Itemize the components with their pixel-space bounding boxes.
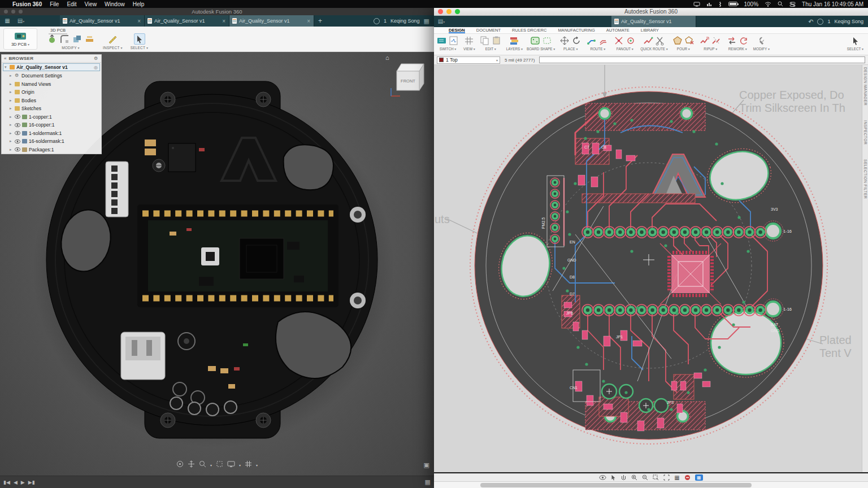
- expand-caret-icon[interactable]: ▸: [10, 139, 13, 143]
- file-menu-icon[interactable]: ▤▾: [17, 18, 25, 24]
- visibility-eye-icon[interactable]: [15, 147, 20, 151]
- grid-toggle-icon[interactable]: ▦: [674, 474, 679, 481]
- browser-item-1-copper[interactable]: ▸ 1-copper:1: [2, 113, 101, 121]
- viewcube[interactable]: ⌂ FRONT: [387, 55, 431, 99]
- visibility-eye-icon[interactable]: [15, 123, 20, 127]
- tab-rules-drc-erc[interactable]: RULES DRC/ERC: [512, 28, 546, 33]
- tab-manufacturing[interactable]: MANUFACTURING: [558, 28, 594, 33]
- grid-options-caret-icon[interactable]: ▾: [256, 463, 258, 467]
- new-tab-button[interactable]: +: [314, 17, 326, 25]
- view-grid-icon[interactable]: [463, 35, 475, 46]
- menu-file[interactable]: File: [50, 1, 59, 7]
- switch-board-icon[interactable]: [436, 35, 448, 46]
- bluetooth-status-icon[interactable]: [718, 1, 722, 7]
- undo-arrow-icon[interactable]: ↶: [808, 18, 813, 25]
- browser-item-16-copper[interactable]: ▸ 16-copper:1: [2, 121, 101, 129]
- unroute-scissors-icon[interactable]: [654, 35, 666, 46]
- cursor-tool-icon[interactable]: [611, 474, 616, 481]
- browser-item-16-soldermask[interactable]: ▸ 16-soldermask:1: [2, 137, 101, 146]
- left-traffic-lights[interactable]: [4, 10, 23, 14]
- notification-bell-icon[interactable]: [374, 18, 380, 24]
- pour-delete-icon[interactable]: [684, 35, 695, 46]
- layers-icon[interactable]: [509, 35, 520, 46]
- expand-caret-icon[interactable]: ▸: [10, 98, 13, 103]
- route-manual-icon[interactable]: [586, 35, 597, 46]
- tab-automate[interactable]: AUTOMATE: [606, 28, 630, 33]
- left-window-titlebar[interactable]: Autodesk Fusion 360: [0, 8, 434, 15]
- command-input[interactable]: [539, 56, 865, 63]
- tab-library[interactable]: LIBRARY: [641, 28, 659, 33]
- zoom-in-icon[interactable]: [631, 474, 637, 481]
- fanout-via-icon[interactable]: [625, 35, 636, 46]
- zoom-options-caret-icon[interactable]: ▾: [210, 463, 212, 467]
- menubar-clock[interactable]: Thu Jan 16 10:49:05 AM: [802, 1, 863, 7]
- zoom-fit-icon[interactable]: [663, 474, 670, 481]
- select-cursor-icon[interactable]: [134, 33, 145, 45]
- timeline-play-icon[interactable]: ▶: [21, 480, 25, 485]
- place-rotate-icon[interactable]: [571, 35, 582, 46]
- layer-dropdown[interactable]: 1 Top ▾: [437, 56, 500, 64]
- quick-route-icon[interactable]: [643, 35, 654, 46]
- visibility-eye-icon[interactable]: [15, 131, 20, 135]
- notification-count[interactable]: 1: [384, 18, 387, 24]
- display-settings-icon[interactable]: [227, 460, 235, 470]
- route-diff-icon[interactable]: [598, 35, 609, 46]
- board-shape-icon[interactable]: [530, 35, 541, 46]
- edit-copy-icon[interactable]: [479, 35, 491, 46]
- modify-wrench-icon[interactable]: [756, 35, 767, 46]
- control-center-icon[interactable]: [789, 2, 796, 7]
- board-outline-icon[interactable]: [541, 35, 553, 46]
- timeline-step-forward-icon[interactable]: ▶▮: [28, 480, 35, 485]
- 3d-viewport[interactable]: « BROWSER ⚙ ▾ Air_Quality_Sensor v1 ◎ ▸ …: [0, 52, 434, 488]
- document-tab-1[interactable]: Air_Quality_Sensor v1 ×: [60, 15, 145, 27]
- collapse-panel-icon[interactable]: «: [4, 56, 6, 61]
- tab-design[interactable]: DESIGN: [449, 28, 465, 33]
- zoom-out-icon[interactable]: [642, 474, 648, 481]
- visibility-eye-icon[interactable]: [599, 475, 606, 480]
- tab-document[interactable]: DOCUMENT: [476, 28, 501, 33]
- expand-caret-icon[interactable]: ▾: [5, 65, 8, 69]
- app-grid-icon[interactable]: ▦: [3, 18, 11, 24]
- combine-icon[interactable]: [71, 33, 83, 45]
- timeline-step-back-icon[interactable]: ◀: [14, 480, 18, 485]
- browser-item-named-views[interactable]: ▸ Named Views: [2, 80, 101, 89]
- fit-view-icon[interactable]: [216, 460, 223, 470]
- user-name[interactable]: Keqing Song: [390, 18, 420, 24]
- expand-caret-icon[interactable]: ▸: [10, 115, 13, 119]
- extensions-grid-icon[interactable]: ▦: [424, 18, 429, 25]
- close-tab-icon[interactable]: ×: [306, 18, 311, 24]
- panel-tab-inspector[interactable]: INSPECTOR: [863, 120, 867, 145]
- viewcube-home-icon[interactable]: ⌂: [385, 54, 389, 61]
- grid-settings-icon[interactable]: [245, 460, 252, 470]
- comment-panel-icon[interactable]: ▣: [424, 461, 429, 469]
- rework-swap-icon[interactable]: [726, 35, 737, 46]
- select-cursor-icon[interactable]: [849, 35, 861, 46]
- minimize-window-button[interactable]: [446, 9, 452, 14]
- fillet-icon[interactable]: [59, 33, 70, 45]
- panel-tab-design-manager[interactable]: DESIGN MANAGER: [863, 67, 867, 106]
- browser-item-packages[interactable]: ▸ Packages:1: [2, 146, 101, 154]
- menu-help[interactable]: Help: [133, 1, 145, 7]
- edit-paste-icon[interactable]: [491, 35, 502, 46]
- close-window-button[interactable]: [438, 9, 443, 14]
- close-tab-icon[interactable]: ×: [222, 18, 226, 24]
- expand-caret-icon[interactable]: ▸: [10, 106, 13, 111]
- scrollbar-thumb[interactable]: [480, 483, 752, 487]
- visibility-eye-icon[interactable]: [15, 115, 20, 119]
- viewcube-front-face[interactable]: FRONT: [401, 79, 415, 84]
- timeline-go-start-icon[interactable]: ▮◀: [3, 480, 10, 485]
- zoom-icon[interactable]: [199, 460, 206, 470]
- menu-edit[interactable]: Edit: [67, 1, 76, 7]
- pcb-2d-layout[interactable]: PM2.5 C7 C8 EN GND D8 D7 JP6 JP1 CN1 JP3…: [434, 65, 868, 472]
- timeline-options-icon[interactable]: ▦: [425, 478, 431, 486]
- expand-caret-icon[interactable]: ▸: [10, 131, 13, 136]
- menu-window[interactable]: Window: [105, 1, 125, 7]
- close-tab-icon[interactable]: ×: [137, 18, 141, 24]
- display-options-caret-icon[interactable]: ▾: [239, 463, 241, 467]
- switch-schematic-icon[interactable]: [448, 35, 459, 46]
- fanout-icon[interactable]: [613, 35, 624, 46]
- stats-status-icon[interactable]: [706, 2, 712, 7]
- pan-icon[interactable]: [188, 460, 195, 470]
- offset-face-icon[interactable]: [84, 33, 95, 45]
- measure-icon[interactable]: [107, 33, 118, 45]
